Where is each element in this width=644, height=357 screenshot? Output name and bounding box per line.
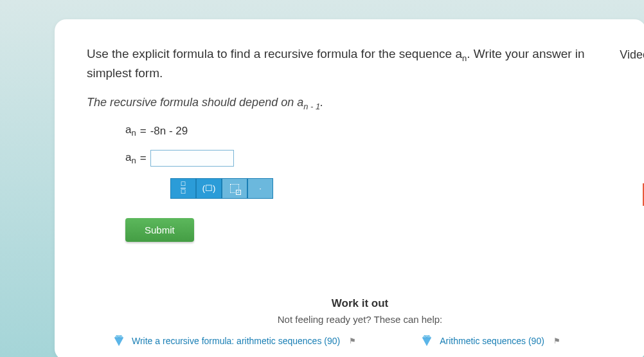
question-text: Use the explicit formula to find a recur… [87,45,588,83]
subscript-icon [230,184,239,193]
problem-card: Video Use the explicit formula to find a… [55,19,644,357]
svg-marker-0 [114,338,123,346]
dot-icon: · [259,183,262,193]
help-link-label: Write a recursive formula: arithmetic se… [132,336,340,346]
svg-marker-1 [114,335,123,338]
answer-formula: an = [125,150,614,167]
submit-button[interactable]: Submit [125,218,194,242]
footer-section: Work it out Not feeling ready yet? These… [87,297,633,347]
answer-input[interactable] [150,150,234,167]
svg-marker-6 [422,335,431,338]
help-link-arithmetic[interactable]: Arithmetic sequences (90) ⚑ [420,334,560,347]
given-formula: an = -8n - 29 [125,124,614,138]
help-link-label: Arithmetic sequences (90) [440,336,544,346]
paren-icon: (☐) [202,183,216,193]
diamond-icon [112,334,125,347]
svg-marker-5 [422,338,431,346]
instruction-var: an - 1 [297,96,320,109]
help-link-recursive[interactable]: Write a recursive formula: arithmetic se… [112,334,356,347]
video-link[interactable]: Video [620,48,644,62]
bookmark-icon: ⚑ [349,336,356,345]
not-ready-text: Not feeling ready yet? These can help: [87,314,633,325]
fraction-icon: ☐ ☐ [181,181,186,195]
instruction-text: The recursive formula should depend on a… [87,96,614,111]
bookmark-icon: ⚑ [553,336,560,345]
sequence-var: an [455,47,467,60]
dot-button[interactable]: · [247,178,273,199]
work-it-out-heading: Work it out [87,297,633,310]
subscript-button[interactable] [222,178,247,199]
question-part1: Use the explicit formula to find a recur… [87,47,455,60]
help-links: Write a recursive formula: arithmetic se… [87,334,633,347]
parentheses-button[interactable]: (☐) [196,178,222,199]
math-toolbar: ☐ ☐ (☐) · [170,178,614,199]
fraction-button[interactable]: ☐ ☐ [170,178,196,199]
diamond-icon [420,334,433,347]
